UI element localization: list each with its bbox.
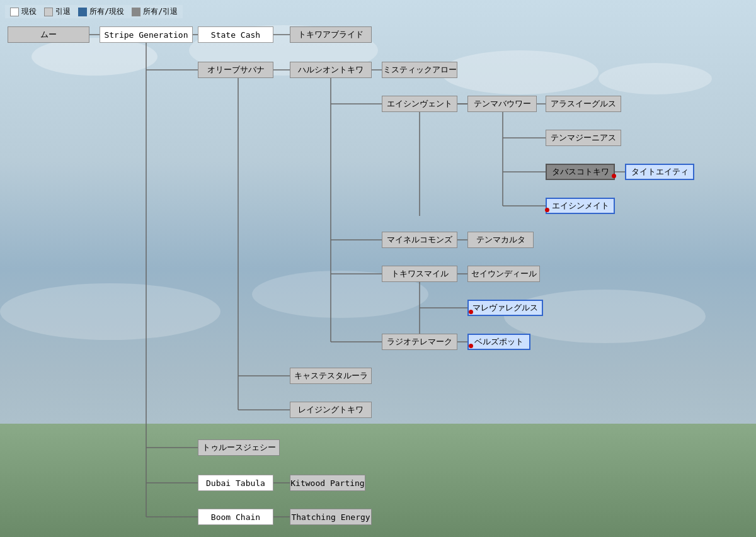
node-halcion-tokiwa[interactable]: ハルシオントキワ (290, 62, 372, 78)
red-dot (612, 174, 616, 178)
node-state-cash[interactable]: State Cash (198, 26, 273, 43)
node-tenma-power[interactable]: テンマバウワー (467, 96, 537, 112)
node-radio-telemark[interactable]: ラジオテレマーク (382, 334, 457, 350)
legend-active-label: 現役 (21, 6, 37, 17)
node-thatching-energy[interactable]: Thatching Energy (290, 509, 372, 525)
red-dot (469, 344, 473, 348)
node-myner-commons[interactable]: マイネルコモンズ (382, 232, 457, 248)
legend-owned-retired: 所有/引退 (132, 6, 178, 17)
node-tenma-carta[interactable]: テンマカルタ (467, 232, 534, 248)
legend-active: 現役 (10, 6, 37, 17)
node-tight-eighty[interactable]: タイトエイティ (625, 164, 694, 180)
legend-active-box (10, 8, 19, 16)
tree-lines (0, 0, 756, 537)
node-kitwood-parting[interactable]: Kitwood Parting (290, 475, 365, 491)
node-castes-ruler[interactable]: キャステスタルーラ (290, 368, 372, 384)
node-stripe[interactable]: Stripe Generation (100, 26, 193, 43)
node-dubai-tabula[interactable]: Dubai Tabula (198, 475, 273, 491)
legend-retired: 引退 (44, 6, 71, 17)
legend-retired-box (44, 8, 53, 16)
node-olive-savana[interactable]: オリーブサバナ (198, 62, 273, 78)
node-tokiwa-bride[interactable]: トキワアブライド (290, 26, 372, 43)
node-sei-undi[interactable]: セイウンディール (467, 266, 540, 282)
node-alas-eagle[interactable]: アラスイーグルス (546, 96, 621, 112)
legend-owned-active: 所有/現役 (78, 6, 124, 17)
node-eising-vent[interactable]: エイシンヴェント (382, 96, 457, 112)
node-muu[interactable]: ムー (8, 26, 89, 43)
legend-retired-label: 引退 (55, 6, 71, 17)
node-eising-mate[interactable]: エイシンメイト (546, 198, 615, 214)
node-tenma-jeans[interactable]: テンマジーニアス (546, 130, 621, 146)
legend-owned-retired-box (132, 8, 140, 16)
legend: 現役 引退 所有/現役 所有/引退 (5, 5, 183, 18)
legend-owned-active-box (78, 8, 87, 16)
node-raging-tokiwa[interactable]: レイジングトキワ (290, 402, 372, 418)
red-dot (469, 310, 473, 314)
node-bells-pot[interactable]: ベルズポット (467, 334, 530, 350)
node-boom-chain[interactable]: Boom Chain (198, 509, 273, 525)
node-toulouse-jersey[interactable]: トゥルースジェシー (198, 439, 280, 456)
node-tokiwa-smile[interactable]: トキワスマイル (382, 266, 457, 282)
legend-owned-retired-label: 所有/引退 (143, 6, 178, 17)
node-tabasco-tokiwa[interactable]: タバスコトキワ (546, 164, 615, 180)
node-mare-va[interactable]: マレヴァレグルス (467, 300, 543, 316)
legend-owned-active-label: 所有/現役 (89, 6, 124, 17)
red-dot (545, 208, 549, 212)
node-mystic-arrow[interactable]: ミスティックアロー (382, 62, 457, 78)
